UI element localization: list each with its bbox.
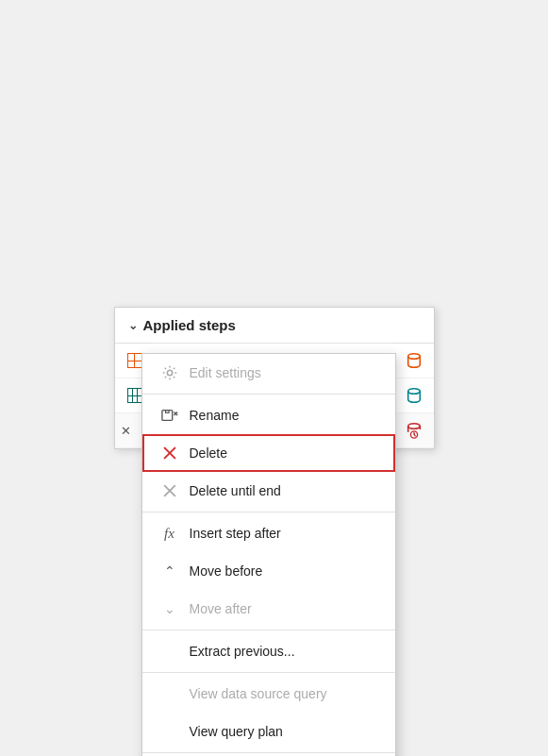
menu-item-insert-step-after[interactable]: fx Insert step after	[142, 514, 395, 552]
menu-item-edit-settings[interactable]: Edit settings	[142, 354, 395, 392]
svg-rect-11	[165, 411, 169, 413]
delete-until-end-label: Delete until end	[190, 483, 281, 498]
renamed-columns-db-clock-icon	[404, 420, 424, 441]
view-query-plan-label: View query plan	[190, 724, 283, 739]
view-data-source-query-icon	[159, 683, 180, 704]
chevron-icon: ⌄	[128, 319, 138, 332]
renamed-columns-step-actions	[404, 420, 424, 441]
fx-icon: fx	[159, 523, 180, 544]
menu-item-move-before[interactable]: ⌃ Move before	[142, 552, 395, 590]
delete-until-end-icon	[159, 480, 180, 501]
divider-1	[142, 394, 395, 395]
close-x-icon[interactable]: ✕	[121, 424, 131, 438]
delete-label: Delete	[190, 445, 227, 461]
caret-down-icon: ⌄	[159, 598, 180, 619]
insert-step-after-label: Insert step after	[190, 526, 281, 541]
source-gear-icon[interactable]	[396, 359, 400, 362]
divider-5	[142, 752, 395, 753]
source-step-actions	[396, 350, 424, 371]
svg-point-1	[407, 354, 420, 359]
menu-item-rename[interactable]: Rename	[142, 396, 395, 434]
edit-settings-label: Edit settings	[190, 365, 261, 380]
menu-item-view-query-plan[interactable]: View query plan	[142, 713, 395, 750]
extract-previous-icon	[159, 641, 180, 662]
panel-header: ⌄ Applied steps	[115, 308, 434, 344]
divider-2	[142, 512, 395, 512]
divider-4	[142, 672, 395, 673]
extract-previous-label: Extract previous...	[190, 644, 295, 659]
menu-item-move-after[interactable]: ⌄ Move after	[142, 590, 395, 628]
move-after-label: Move after	[190, 601, 252, 616]
divider-3	[142, 630, 395, 630]
rename-icon	[159, 405, 180, 426]
edit-settings-icon	[159, 362, 180, 383]
navigation-db-icon	[404, 385, 424, 406]
view-query-plan-icon	[159, 721, 180, 742]
view-data-source-query-label: View data source query	[190, 686, 327, 701]
source-db-icon	[404, 350, 424, 371]
svg-rect-10	[161, 411, 172, 421]
svg-point-9	[167, 370, 172, 375]
menu-item-extract-previous[interactable]: Extract previous...	[142, 632, 395, 670]
svg-point-3	[407, 389, 420, 394]
panel-title: Applied steps	[143, 317, 236, 333]
svg-point-7	[407, 424, 420, 428]
move-before-label: Move before	[190, 563, 263, 579]
delete-x-icon	[159, 443, 180, 463]
menu-item-view-data-source-query[interactable]: View data source query	[142, 675, 395, 713]
menu-item-delete[interactable]: Delete	[142, 434, 395, 472]
rename-label: Rename	[190, 408, 240, 423]
menu-item-delete-until-end[interactable]: Delete until end	[142, 472, 395, 510]
context-menu: Edit settings Rename	[141, 353, 396, 756]
caret-up-icon: ⌃	[159, 561, 180, 581]
applied-steps-panel: ⌄ Applied steps Source	[114, 307, 435, 449]
